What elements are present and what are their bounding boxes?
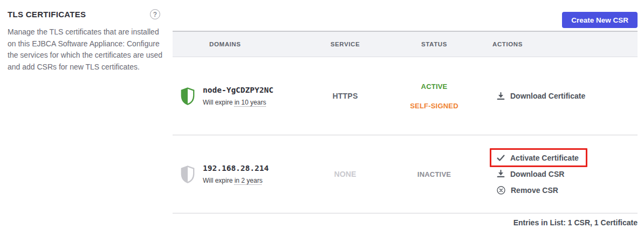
expiry-prefix: Will expire	[203, 99, 232, 106]
shield-icon	[180, 87, 195, 105]
domain-name: node-YgCDZPY2NC	[203, 86, 273, 94]
column-header-service: SERVICE	[307, 41, 383, 47]
service-value: NONE	[307, 170, 383, 178]
create-new-csr-button[interactable]: Create New CSR	[562, 12, 638, 28]
remove-csr-action[interactable]: Remove CSR	[496, 185, 558, 195]
action-label: Download Certificate	[510, 92, 585, 100]
activate-certificate-action[interactable]: Activate Certificate	[496, 153, 579, 162]
download-icon	[496, 92, 505, 101]
help-icon[interactable]: ?	[150, 9, 160, 19]
domain-info: 192.168.28.214 Will expire in 2 years	[203, 164, 269, 184]
column-header-domains: DOMAINS	[173, 41, 307, 47]
check-icon	[496, 153, 505, 162]
domains-cell: 192.168.28.214 Will expire in 2 years	[173, 164, 307, 184]
action-label: Download CSR	[510, 170, 564, 178]
column-header-status: STATUS	[383, 41, 485, 47]
remove-icon	[496, 185, 506, 195]
actions-cell: Download Certificate	[485, 92, 638, 101]
domain-info: node-YgCDZPY2NC Will expire in 10 years	[203, 86, 273, 106]
action-label: Remove CSR	[511, 186, 558, 195]
actions-cell: Activate Certificate Download CSR	[485, 153, 638, 195]
table-header-row: DOMAINS SERVICE STATUS ACTIONS	[173, 31, 638, 57]
download-icon	[496, 169, 505, 178]
action-label: Activate Certificate	[510, 154, 579, 162]
download-csr-action[interactable]: Download CSR	[496, 169, 564, 178]
column-header-actions: ACTIONS	[485, 41, 638, 47]
tls-certificates-page: TLS CERTIFICATES ? Manage the TLS certif…	[0, 0, 644, 235]
table-row: 192.168.28.214 Will expire in 2 years NO…	[173, 135, 638, 213]
info-panel: TLS CERTIFICATES ? Manage the TLS certif…	[8, 9, 169, 73]
table-row: node-YgCDZPY2NC Will expire in 10 years …	[173, 57, 638, 135]
page-description: Manage the TLS certificates that are ins…	[8, 26, 169, 73]
info-panel-header: TLS CERTIFICATES ?	[8, 9, 169, 19]
expiry-tooltip-trigger[interactable]: in 2 years	[235, 177, 263, 184]
download-certificate-action[interactable]: Download Certificate	[496, 92, 585, 101]
certificates-table: DOMAINS SERVICE STATUS ACTIONS node-YgCD…	[173, 31, 638, 227]
status-cell: INACTIVE	[383, 170, 485, 178]
page-title: TLS CERTIFICATES	[8, 10, 86, 19]
expiry-tooltip-trigger[interactable]: in 10 years	[235, 99, 266, 106]
status-badge-self-signed: SELF-SIGNED	[410, 102, 458, 110]
status-badge-inactive: INACTIVE	[417, 170, 451, 178]
shield-icon	[180, 165, 195, 183]
expiry-prefix: Will expire	[203, 177, 232, 184]
status-badge-active: ACTIVE	[421, 82, 448, 91]
domains-cell: node-YgCDZPY2NC Will expire in 10 years	[173, 86, 307, 106]
status-cell: ACTIVE SELF-SIGNED	[383, 82, 485, 110]
entries-summary: Entries in List: 1 CSR, 1 Certificate	[173, 213, 638, 227]
service-value: HTTPS	[307, 92, 383, 100]
domain-name: 192.168.28.214	[203, 164, 269, 172]
expiry-text: Will expire in 10 years	[203, 99, 273, 106]
annotation-highlight-box: Activate Certificate	[490, 148, 587, 167]
expiry-text: Will expire in 2 years	[203, 177, 269, 184]
